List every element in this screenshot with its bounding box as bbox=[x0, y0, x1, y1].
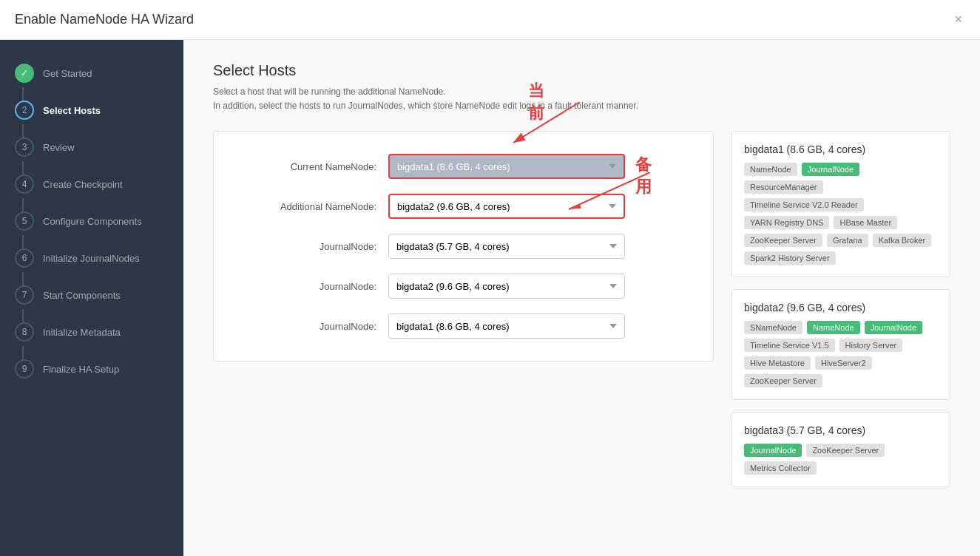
step-circle-7: 7 bbox=[15, 285, 34, 305]
current-namenode-select[interactable]: bigdata1 (8.6 GB, 4 cores) bbox=[388, 154, 625, 179]
current-namenode-label: Current NameNode: bbox=[243, 161, 376, 172]
tag-0-9: Spark2 History Server bbox=[744, 251, 836, 265]
sidebar-step-6[interactable]: 6Initialize JournalNodes bbox=[0, 240, 183, 277]
tag-0-7: Grafana bbox=[827, 234, 868, 247]
host-name-3: bigdata3 (5.7 GB, 4 cores) bbox=[744, 424, 938, 436]
step-label-9: Finalize HA Setup bbox=[43, 364, 119, 375]
close-button[interactable]: × bbox=[951, 12, 965, 27]
host-card-2: bigdata2 (9.6 GB, 4 cores)SNameNodeNameN… bbox=[731, 289, 950, 400]
tag-0-1: JournalNode bbox=[802, 163, 859, 176]
tag-1-2: JournalNode bbox=[865, 321, 922, 334]
current-namenode-row: Current NameNode: bigdata1 (8.6 GB, 4 co… bbox=[243, 154, 683, 179]
step-circle-5: 5 bbox=[15, 211, 34, 231]
step-circle-6: 6 bbox=[15, 248, 34, 268]
main-content: Select Hosts Select a host that will be … bbox=[183, 40, 980, 556]
tag-1-0: SNameNode bbox=[744, 321, 802, 334]
additional-namenode-row: Additional NameNode: bigdata2 (9.6 GB, 4… bbox=[243, 194, 683, 219]
content-wrapper: 当前 Current NameNode: bigdata1 (8.6 GB, 4… bbox=[213, 131, 950, 499]
step-label-2: Select Hosts bbox=[43, 105, 101, 116]
sidebar-step-8[interactable]: 8Initialize Metadata bbox=[0, 313, 183, 350]
section-title: Select Hosts bbox=[213, 62, 950, 79]
tag-1-7: ZooKeeper Server bbox=[744, 374, 822, 387]
step-label-7: Start Components bbox=[43, 290, 121, 301]
form-rows: Current NameNode: bigdata1 (8.6 GB, 4 co… bbox=[243, 154, 683, 339]
step-circle-8: 8 bbox=[15, 322, 34, 342]
sidebar-step-1[interactable]: ✓Get Started bbox=[0, 55, 183, 92]
host-name-2: bigdata2 (9.6 GB, 4 cores) bbox=[744, 302, 938, 313]
step-label-8: Initialize Metadata bbox=[43, 327, 121, 338]
additional-namenode-label: Additional NameNode: bbox=[243, 201, 376, 212]
journalnode-2-select[interactable]: bigdata2 (9.6 GB, 4 cores) bbox=[388, 274, 625, 299]
tag-1-5: Hive Metastore bbox=[744, 356, 811, 370]
right-panel: bigdata1 (8.6 GB, 4 cores)NameNodeJourna… bbox=[714, 131, 950, 499]
journalnode-3-select[interactable]: bigdata1 (8.6 GB, 4 cores) bbox=[388, 313, 625, 339]
journalnode-1-select[interactable]: bigdata3 (5.7 GB, 4 cores) bbox=[388, 234, 625, 259]
tag-container-1: NameNodeJournalNodeResourceManagerTimeli… bbox=[744, 163, 938, 265]
step-circle-2: 2 bbox=[15, 101, 34, 120]
tag-2-1: ZooKeeper Server bbox=[806, 444, 885, 457]
form-area: 当前 Current NameNode: bigdata1 (8.6 GB, 4… bbox=[213, 131, 714, 362]
tag-0-6: ZooKeeper Server bbox=[744, 234, 822, 247]
sidebar: ✓Get Started2Select Hosts3Review4Create … bbox=[0, 40, 183, 556]
host-name-1: bigdata1 (8.6 GB, 4 cores) bbox=[744, 143, 938, 155]
host-card-3: bigdata3 (5.7 GB, 4 cores)JournalNodeZoo… bbox=[731, 412, 950, 487]
step-circle-3: 3 bbox=[15, 138, 34, 157]
host-card-1: bigdata1 (8.6 GB, 4 cores)NameNodeJourna… bbox=[731, 131, 950, 277]
tag-0-5: HBase Master bbox=[834, 216, 897, 229]
dialog-title: Enable NameNode HA Wizard bbox=[15, 12, 194, 27]
tag-0-8: Kafka Broker bbox=[873, 234, 932, 247]
step-label-4: Create Checkpoint bbox=[43, 179, 123, 190]
step-circle-1: ✓ bbox=[15, 64, 34, 83]
step-label-6: Initialize JournalNodes bbox=[43, 253, 140, 264]
sidebar-step-4[interactable]: 4Create Checkpoint bbox=[0, 166, 183, 203]
journalnode-2-row: JournalNode: bigdata2 (9.6 GB, 4 cores) bbox=[243, 274, 683, 299]
tag-0-2: ResourceManager bbox=[744, 180, 823, 194]
dialog: Enable NameNode HA Wizard × ✓Get Started… bbox=[0, 0, 980, 556]
tag-2-2: Metrics Collector bbox=[744, 461, 817, 475]
step-circle-9: 9 bbox=[15, 359, 34, 379]
sidebar-step-2[interactable]: 2Select Hosts bbox=[0, 92, 183, 129]
journalnode-1-row: JournalNode: bigdata3 (5.7 GB, 4 cores) bbox=[243, 234, 683, 259]
tag-container-3: JournalNodeZooKeeper ServerMetrics Colle… bbox=[744, 444, 938, 475]
tag-0-4: YARN Registry DNS bbox=[744, 216, 829, 229]
sidebar-step-9[interactable]: 9Finalize HA Setup bbox=[0, 350, 183, 387]
step-circle-4: 4 bbox=[15, 174, 34, 194]
journalnode-3-label: JournalNode: bbox=[243, 321, 376, 332]
dialog-header: Enable NameNode HA Wizard × bbox=[0, 0, 980, 40]
journalnode-3-row: JournalNode: bigdata1 (8.6 GB, 4 cores) bbox=[243, 313, 683, 339]
tag-2-0: JournalNode bbox=[744, 444, 802, 457]
journalnode-1-label: JournalNode: bbox=[243, 241, 376, 252]
tag-1-6: HiveServer2 bbox=[815, 356, 872, 370]
step-label-1: Get Started bbox=[43, 68, 92, 79]
sidebar-step-5[interactable]: 5Configure Components bbox=[0, 203, 183, 240]
sidebar-step-7[interactable]: 7Start Components bbox=[0, 277, 183, 313]
step-label-5: Configure Components bbox=[43, 216, 142, 227]
tag-1-3: Timeline Service V1.5 bbox=[744, 339, 835, 352]
section-desc: Select a host that will be running the a… bbox=[213, 85, 950, 113]
additional-namenode-select[interactable]: bigdata2 (9.6 GB, 4 cores) bbox=[388, 194, 625, 219]
tag-0-0: NameNode bbox=[744, 163, 797, 176]
dialog-body: ✓Get Started2Select Hosts3Review4Create … bbox=[0, 40, 980, 556]
left-section: 当前 Current NameNode: bigdata1 (8.6 GB, 4… bbox=[213, 131, 714, 499]
step-label-3: Review bbox=[43, 142, 75, 153]
tag-1-1: NameNode bbox=[807, 321, 860, 334]
tag-0-3: Timeline Service V2.0 Reader bbox=[744, 198, 864, 211]
tag-container-2: SNameNodeNameNodeJournalNodeTimeline Ser… bbox=[744, 321, 938, 387]
tag-1-4: History Server bbox=[839, 339, 903, 352]
journalnode-2-label: JournalNode: bbox=[243, 281, 376, 292]
sidebar-step-3[interactable]: 3Review bbox=[0, 129, 183, 166]
